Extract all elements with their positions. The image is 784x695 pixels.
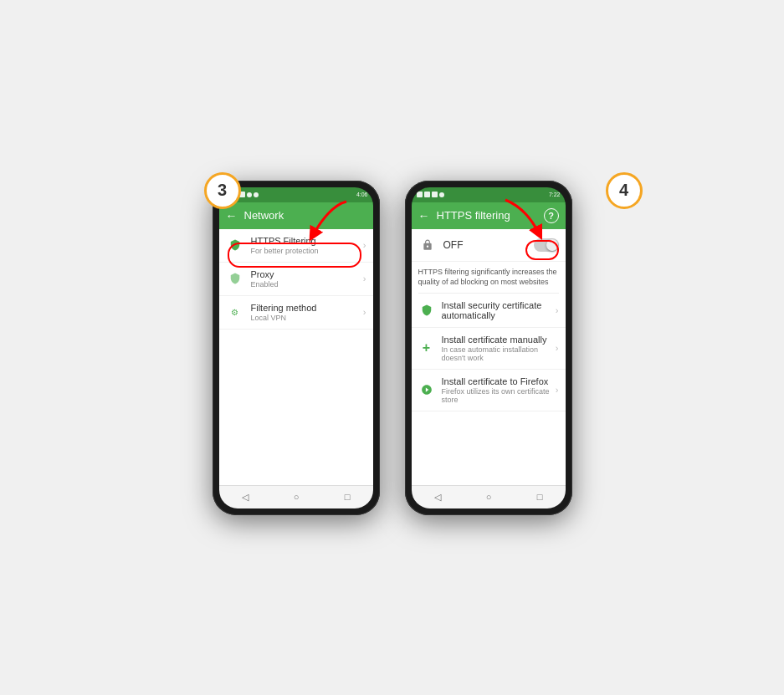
nav-back-4[interactable]: ◁ [434,492,441,503]
filtering-method-chevron: › [363,307,366,317]
status-bar-4: 7:22 [412,187,566,202]
https-filtering-subtitle: For better protection [251,247,363,255]
proxy-icon [226,269,244,288]
filtering-method-title: Filtering method [251,303,363,313]
https-description: HTTPS filtering significantly increases … [412,262,566,293]
install-firefox-chevron: › [556,385,559,395]
back-button-3[interactable]: ← [226,209,238,222]
status-bar-3: 4:06 [219,187,373,202]
proxy-item[interactable]: Proxy Enabled › [219,263,373,296]
step-3-badge: 3 [204,172,241,209]
https-filtering-icon [226,236,244,254]
screen-3: HTTPS Filtering For better protection › [219,229,373,485]
proxy-title: Proxy [251,269,363,279]
install-firefox-title: Install certificate to Firefox [442,376,556,386]
https-filtering-chevron: › [363,240,366,250]
back-button-4[interactable]: ← [418,209,430,222]
install-auto-item[interactable]: Install security certificate automatical… [412,294,566,328]
appbar-4: ← HTTPS filtering ? [412,202,566,229]
filtering-method-item[interactable]: ⚙ Filtering method Local VPN › [219,296,373,330]
toggle-knob [546,239,558,251]
bottom-nav-3: ◁ ○ □ [219,485,373,508]
phone-4: 7:22 ← HTTPS filtering ? [405,181,572,515]
nav-recent-3[interactable]: □ [345,492,351,502]
install-firefox-item[interactable]: Install certificate to Firefox Firefox u… [412,370,566,411]
filtering-method-icon: ⚙ [226,303,244,321]
phone-3: 4:06 ← Network [213,181,380,515]
https-filtering-title: HTTPS Filtering [251,236,363,246]
https-toggle-row: OFF [412,229,566,262]
install-firefox-subtitle: Firefox utilizes its own certificate sto… [442,387,556,404]
nav-back-3[interactable]: ◁ [242,492,249,503]
help-button-4[interactable]: ? [544,208,559,223]
install-manual-chevron: › [556,343,559,353]
https-toggle-switch[interactable] [534,238,559,252]
proxy-chevron: › [363,273,366,284]
install-auto-title: Install security certificate automatical… [442,300,556,320]
filtering-method-subtitle: Local VPN [251,314,363,322]
screen-4: OFF HTTPS filtering significantly increa… [412,229,566,485]
https-toggle-label: OFF [443,239,534,251]
appbar-title-4: HTTPS filtering [437,209,537,222]
https-toggle-icon [418,236,437,254]
nav-recent-4[interactable]: □ [537,492,543,502]
install-auto-icon [418,302,435,319]
nav-home-4[interactable]: ○ [486,492,492,502]
appbar-title-3: Network [244,209,366,222]
https-filtering-item[interactable]: HTTPS Filtering For better protection › [219,229,373,263]
install-manual-title: Install certificate manually [442,335,556,345]
install-manual-item[interactable]: + Install certificate manually In case a… [412,328,566,370]
nav-home-3[interactable]: ○ [294,492,300,502]
step-4-badge: 4 [606,172,643,209]
install-manual-icon: + [418,340,435,356]
install-auto-chevron: › [556,305,559,315]
bottom-nav-4: ◁ ○ □ [412,485,566,508]
install-manual-subtitle: In case automatic installation doesn't w… [442,345,556,362]
install-firefox-icon [418,381,435,398]
appbar-3: ← Network [219,202,373,229]
proxy-subtitle: Enabled [251,280,363,289]
